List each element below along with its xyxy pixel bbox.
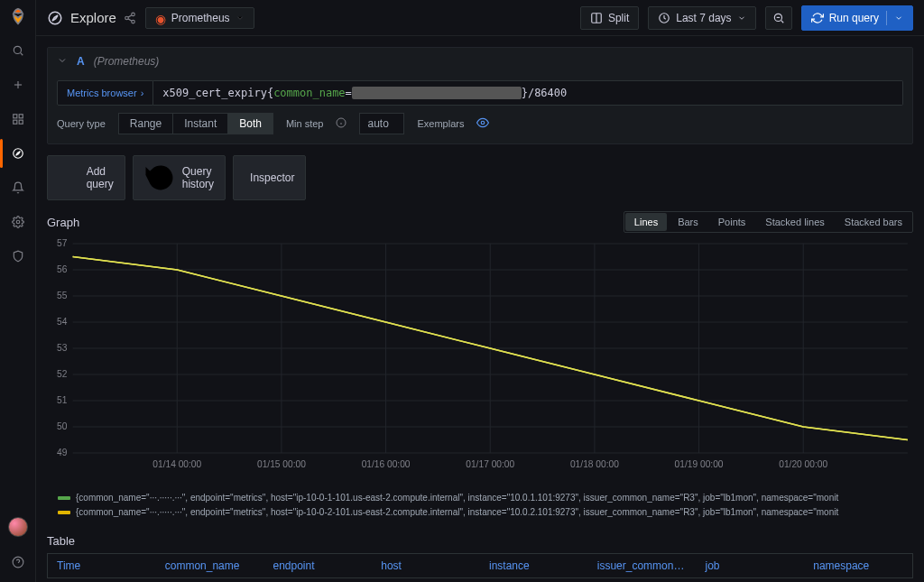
svg-text:49: 49 <box>57 448 68 457</box>
legend-swatch <box>58 511 70 514</box>
svg-text:01/16 00:00: 01/16 00:00 <box>362 459 411 469</box>
query-row: A (Prometheus) Metrics browser › x509_ce… <box>47 47 913 144</box>
table-title: Table <box>47 534 913 548</box>
viz-stackedlines[interactable]: Stacked lines <box>756 213 833 231</box>
columns-icon <box>590 12 603 24</box>
graph-title: Graph <box>47 216 79 229</box>
create-icon[interactable] <box>9 76 27 94</box>
svg-text:50: 50 <box>57 421 68 431</box>
history-icon <box>144 162 177 194</box>
table-column-header[interactable]: instance <box>480 554 588 577</box>
line-chart[interactable]: 495051525354555657 01/14 00:0001/15 00:0… <box>47 238 913 473</box>
legend-swatch <box>58 496 70 500</box>
table-column-header[interactable]: namespace <box>804 554 912 577</box>
svg-text:01/19 00:00: 01/19 00:00 <box>675 459 724 469</box>
chevron-down-icon[interactable] <box>57 55 68 69</box>
search-icon[interactable] <box>9 42 27 60</box>
zoom-out-button[interactable] <box>765 6 792 30</box>
table-column-header[interactable]: common_name <box>156 554 264 577</box>
viz-points[interactable]: Points <box>709 213 755 231</box>
svg-line-18 <box>128 14 132 16</box>
svg-text:01/20 00:00: 01/20 00:00 <box>779 459 827 469</box>
viz-bars[interactable]: Bars <box>669 213 707 231</box>
instant-option[interactable]: Instant <box>173 113 228 134</box>
table-panel: Table Timecommon_nameendpointhostinstanc… <box>47 534 913 578</box>
table-header-row: Timecommon_nameendpointhostinstanceissue… <box>47 553 913 578</box>
viz-lines[interactable]: Lines <box>625 213 667 231</box>
range-option[interactable]: Range <box>118 113 173 134</box>
svg-line-1 <box>20 53 23 56</box>
svg-text:53: 53 <box>57 343 68 353</box>
dashboards-icon[interactable] <box>9 110 27 128</box>
zoom-out-icon <box>772 12 785 24</box>
inspector-button[interactable]: Inspector <box>233 155 306 200</box>
viz-stackedbars[interactable]: Stacked bars <box>836 213 911 231</box>
svg-marker-9 <box>15 152 20 156</box>
svg-point-17 <box>132 20 135 23</box>
topbar: Explore ◉ Prometheus Split Last 7 days R… <box>36 0 924 36</box>
svg-point-10 <box>16 220 20 224</box>
timerange-picker[interactable]: Last 7 days <box>648 6 755 30</box>
query-expression-input[interactable]: x509_cert_expiry{common_name="···.·····.… <box>153 80 903 106</box>
legend-item[interactable]: {common_name="···.·····.···", endpoint="… <box>58 505 913 520</box>
chevron-down-icon <box>894 14 903 23</box>
table-column-header[interactable]: issuer_common_name <box>588 554 697 577</box>
drag-handle-icon[interactable] <box>900 53 903 69</box>
metrics-browser-button[interactable]: Metrics browser › <box>57 80 153 106</box>
svg-point-16 <box>125 16 129 20</box>
shield-icon[interactable] <box>9 247 27 265</box>
svg-text:54: 54 <box>57 317 68 327</box>
explore-icon[interactable] <box>9 144 27 162</box>
minstep-input[interactable] <box>359 113 404 134</box>
svg-text:55: 55 <box>57 291 68 300</box>
query-delete-icon[interactable] <box>887 53 891 69</box>
grafana-logo-icon[interactable] <box>9 7 27 25</box>
svg-rect-5 <box>19 115 23 118</box>
page-title: Explore <box>47 10 136 26</box>
info-icon[interactable] <box>336 117 346 131</box>
svg-marker-14 <box>52 15 58 21</box>
visualization-picker: Lines Bars Points Stacked lines Stacked … <box>624 211 913 233</box>
querytype-label: Query type <box>57 118 106 129</box>
query-history-button[interactable]: Query history <box>133 155 226 200</box>
svg-point-13 <box>49 12 61 24</box>
config-icon[interactable] <box>9 213 27 231</box>
both-option[interactable]: Both <box>228 113 273 134</box>
svg-text:01/15 00:00: 01/15 00:00 <box>257 459 306 469</box>
graph-panel: Graph Lines Bars Points Stacked lines St… <box>47 211 913 520</box>
datasource-picker[interactable]: ◉ Prometheus <box>145 7 254 29</box>
svg-point-8 <box>13 149 23 159</box>
alerting-icon[interactable] <box>9 179 27 197</box>
chevron-down-icon <box>236 14 245 23</box>
svg-text:01/17 00:00: 01/17 00:00 <box>466 459 514 469</box>
svg-point-15 <box>132 13 135 15</box>
query-copy-icon[interactable] <box>849 53 853 69</box>
table-column-header[interactable]: host <box>372 554 480 577</box>
svg-text:52: 52 <box>57 369 68 379</box>
plus-icon <box>59 167 81 189</box>
split-button[interactable]: Split <box>580 6 639 30</box>
table-column-header[interactable]: Time <box>48 554 156 577</box>
table-column-header[interactable]: job <box>697 554 805 577</box>
svg-text:56: 56 <box>57 264 68 274</box>
table-column-header[interactable]: endpoint <box>264 554 373 577</box>
svg-point-40 <box>482 121 485 125</box>
svg-point-0 <box>14 46 21 53</box>
svg-text:57: 57 <box>57 238 68 248</box>
svg-rect-6 <box>13 120 16 124</box>
svg-text:51: 51 <box>57 395 68 405</box>
query-duplicate-icon[interactable] <box>862 53 865 69</box>
exemplars-toggle[interactable] <box>476 116 489 132</box>
minstep-label: Min step <box>286 118 324 129</box>
query-toggle-icon[interactable] <box>874 53 878 69</box>
run-query-button[interactable]: Run query <box>801 5 913 31</box>
query-letter: A <box>77 55 85 68</box>
query-actions: Add query Query history Inspector <box>47 155 913 200</box>
help-icon[interactable] <box>9 553 27 571</box>
query-datasource-label: (Prometheus) <box>94 55 160 68</box>
add-query-button[interactable]: Add query <box>47 155 125 200</box>
avatar[interactable] <box>8 517 28 537</box>
querytype-switch: Range Instant Both <box>118 113 273 134</box>
chart-legend: {common_name="···.·····.···", endpoint="… <box>47 491 913 520</box>
legend-item[interactable]: {common_name="···.·····.···", endpoint="… <box>58 491 913 505</box>
